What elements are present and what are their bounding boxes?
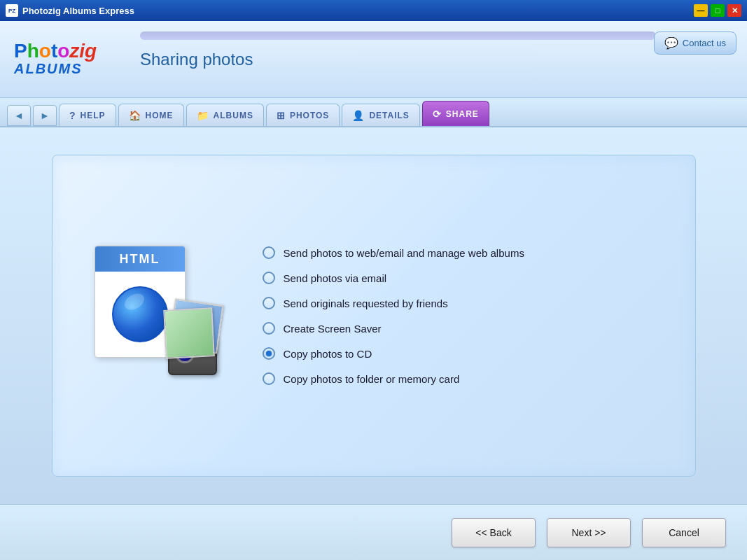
- radio-web-email[interactable]: [263, 246, 275, 259]
- app-icon: PZ: [6, 4, 18, 17]
- header: Photozig ALBUMS Sharing photos 💬 Contact…: [0, 21, 747, 98]
- tab-albums[interactable]: 📁 ALBUMS: [186, 104, 264, 126]
- option-label-folder: Copy photos to folder or memory card: [284, 373, 460, 385]
- next-button[interactable]: Next >>: [547, 518, 631, 547]
- share-icon: ⟳: [433, 108, 442, 120]
- progress-bar: [140, 31, 656, 40]
- window-controls: — □ ✕: [694, 4, 741, 17]
- radio-inner-email: [266, 275, 272, 281]
- back-button[interactable]: << Back: [452, 518, 536, 547]
- minimize-button[interactable]: —: [694, 4, 708, 17]
- radio-screensaver[interactable]: [263, 322, 275, 335]
- globe-icon: [112, 286, 168, 342]
- window-title: Photozig Albums Express: [22, 6, 694, 16]
- option-item-originals[interactable]: Send originals requested by friends: [263, 297, 524, 309]
- radio-folder[interactable]: [263, 372, 275, 385]
- option-item-web-email[interactable]: Send photos to web/email and manage web …: [263, 246, 524, 259]
- logo-area: Photozig ALBUMS: [14, 41, 126, 77]
- footer: << Back Next >> Cancel: [0, 504, 747, 560]
- photos-icon: ⊞: [277, 110, 286, 121]
- radio-originals[interactable]: [263, 297, 275, 309]
- tab-photos[interactable]: ⊞ PHOTOS: [266, 104, 340, 126]
- radio-inner-originals: [266, 300, 272, 306]
- contact-us-button[interactable]: 💬 Contact us: [654, 31, 736, 55]
- back-arrow[interactable]: ◄: [7, 105, 31, 126]
- help-icon: ?: [69, 110, 76, 121]
- radio-inner-screensaver: [266, 326, 272, 331]
- tab-help[interactable]: ? HELP: [59, 104, 116, 126]
- option-item-folder[interactable]: Copy photos to folder or memory card: [263, 372, 524, 385]
- content-panel: HTML Send photos to web/email and manage…: [52, 155, 696, 477]
- option-label-cd: Copy photos to CD: [284, 348, 372, 360]
- photo-item: [163, 307, 215, 359]
- albums-icon: 📁: [197, 110, 209, 121]
- logo-albums: ALBUMS: [14, 61, 83, 77]
- option-label-screensaver: Create Screen Saver: [284, 323, 382, 335]
- radio-inner-web-email: [266, 250, 272, 255]
- forward-arrow[interactable]: ►: [33, 105, 57, 126]
- radio-email[interactable]: [263, 272, 275, 284]
- logo-photo: Photozig: [14, 41, 97, 61]
- tab-details[interactable]: 👤 DETAILS: [342, 104, 419, 126]
- tab-share[interactable]: ⟳ SHARE: [422, 101, 489, 126]
- option-item-email[interactable]: Send photos via email: [263, 272, 524, 284]
- html-header: HTML: [95, 246, 185, 272]
- maximize-button[interactable]: □: [711, 4, 725, 17]
- photo-stack: [165, 302, 221, 365]
- page-title: Sharing photos: [140, 50, 733, 69]
- cancel-button[interactable]: Cancel: [642, 518, 726, 547]
- speech-bubble-icon: 💬: [664, 36, 678, 50]
- tab-home[interactable]: 🏠 HOME: [118, 104, 184, 126]
- close-button[interactable]: ✕: [727, 4, 741, 17]
- options-list: Send photos to web/email and manage web …: [263, 246, 524, 385]
- html-illustration: HTML: [81, 246, 221, 386]
- home-icon: 🏠: [129, 110, 141, 121]
- main-content: HTML Send photos to web/email and manage…: [0, 127, 747, 504]
- option-label-web-email: Send photos to web/email and manage web …: [284, 247, 524, 259]
- nav-tabs: ◄ ► ? HELP 🏠 HOME 📁 ALBUMS ⊞ PHOTOS 👤 DE…: [0, 98, 747, 127]
- radio-cd[interactable]: [263, 347, 275, 360]
- details-icon: 👤: [352, 110, 365, 121]
- option-label-email: Send photos via email: [284, 272, 387, 284]
- option-label-originals: Send originals requested by friends: [284, 298, 448, 309]
- title-bar: PZ Photozig Albums Express — □ ✕: [0, 0, 747, 21]
- option-item-screensaver[interactable]: Create Screen Saver: [263, 322, 524, 335]
- radio-inner-cd: [266, 351, 272, 356]
- radio-inner-folder: [266, 376, 272, 382]
- option-item-cd[interactable]: Copy photos to CD: [263, 347, 524, 360]
